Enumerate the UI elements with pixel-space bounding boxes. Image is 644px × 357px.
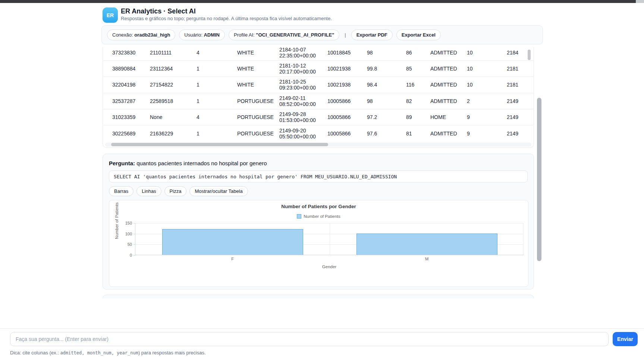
export-pdf-button[interactable]: Exportar PDF <box>351 29 393 40</box>
window-chrome-bar <box>0 0 636 3</box>
hint-code: admitted, month_num, year_num <box>60 350 138 356</box>
table-cell: 22589518 <box>150 98 197 104</box>
table-cell: 97.6 <box>367 131 406 137</box>
y-axis-title: Number of Patients <box>114 203 119 239</box>
chart-bar-m <box>356 234 497 255</box>
footer-divider <box>0 328 644 329</box>
x-tick-label: F <box>231 257 234 261</box>
question-input[interactable] <box>10 332 609 346</box>
table-cell: 2184-10-0722:35:00+00:00 <box>279 47 327 59</box>
table-row: 30225689216362291PORTUGUESE2149-09-2005:… <box>103 125 533 141</box>
next-card-edge <box>103 295 534 298</box>
table-cell: 2 <box>467 98 507 104</box>
table-cell: 10 <box>467 50 507 56</box>
table-cell: 10018845 <box>327 50 367 56</box>
table-cell: ADMITTED <box>430 131 467 137</box>
chart-option-button-barras[interactable]: Barras <box>109 186 133 196</box>
table-cell: 32204198 <box>112 82 150 88</box>
table-cell: 10005866 <box>327 98 367 104</box>
table-cell: 2149-09-2005:50:00+00:00 <box>279 128 327 140</box>
profile-ai-label: Profile AI: <box>234 32 255 38</box>
table-cell: 2149-02-1108:52:00+00:00 <box>279 95 327 107</box>
toolbar: Conexão: oradb23ai_high Usuário: ADMIN P… <box>101 25 543 44</box>
user-label: Usuário: <box>184 32 202 38</box>
results-table-viewport[interactable]: 37323830211011114WHITE2184-10-0722:35:00… <box>103 47 533 142</box>
table-horizontal-scrollbar[interactable] <box>105 143 531 147</box>
table-row: 38890884231123641WHITE2181-10-1220:17:00… <box>103 61 533 77</box>
table-cell: 98 <box>367 98 406 104</box>
table-cell: 2181-10-1220:17:00+00:00 <box>279 63 327 75</box>
chart-option-button-linhas[interactable]: Linhas <box>136 186 161 196</box>
table-cell: 23112364 <box>150 66 197 72</box>
table-cell: 2149 <box>507 98 533 104</box>
results-table-card: 37323830211011114WHITE2184-10-0722:35:00… <box>103 47 534 148</box>
profile-ai-value: "OCI_GENERATIVE_AI_PROFILE" <box>256 32 334 38</box>
connection-value: oradb23ai_high <box>134 32 170 38</box>
table-cell: 9 <box>467 114 507 120</box>
x-axis-title: Gender <box>135 264 524 269</box>
chart-option-button-mostrar-ocultar-tabela[interactable]: Mostrar/ocultar Tabela <box>189 186 248 196</box>
table-cell: 89 <box>406 114 430 120</box>
table-cell: 21636229 <box>150 131 197 137</box>
app-logo: ER <box>103 7 118 23</box>
table-cell: 2181-10-2509:23:00+00:00 <box>279 79 327 91</box>
page-scrollbar-thumb[interactable] <box>537 98 541 261</box>
user-chip: Usuário: ADMIN <box>179 29 225 40</box>
table-horizontal-scrollbar-thumb[interactable] <box>111 143 328 146</box>
table-cell: 10021938 <box>327 66 367 72</box>
export-excel-button[interactable]: Exportar Excel <box>396 29 441 40</box>
hint-suffix: ) para respostas mais precisas. <box>138 350 206 356</box>
y-tick-label: 150 <box>125 221 135 225</box>
table-cell: 1 <box>197 82 237 88</box>
hint-prefix: Dica: cite colunas (ex.: <box>10 350 60 356</box>
table-cell: ADMITTED <box>430 66 467 72</box>
chart-legend[interactable]: Number of Patients <box>109 214 528 219</box>
table-cell: 37323830 <box>112 50 150 56</box>
chart-bar-f <box>162 229 303 255</box>
page: ER ER Analytics · Select AI Respostas e … <box>0 0 644 357</box>
table-cell: 2149 <box>507 114 533 120</box>
question-text: quantos pacientes internados no hospital… <box>136 160 267 166</box>
table-cell: PORTUGUESE <box>237 114 279 120</box>
toolbar-separator: | <box>343 32 347 38</box>
connection-chip: Conexão: oradb23ai_high <box>107 29 175 40</box>
table-cell: None <box>150 114 197 120</box>
table-cell: 10005866 <box>327 131 367 137</box>
table-cell: 31023359 <box>112 114 150 120</box>
table-cell: HOME <box>430 114 467 120</box>
legend-swatch-icon <box>297 214 301 219</box>
table-cell: 82 <box>406 98 430 104</box>
table-cell: 98.4 <box>367 82 406 88</box>
table-cell: 1 <box>197 66 237 72</box>
answer-card: Pergunta: quantos pacientes internados n… <box>103 154 534 289</box>
table-cell: 38890884 <box>112 66 150 72</box>
table-cell: ADMITTED <box>430 82 467 88</box>
table-cell: ADMITTED <box>430 50 467 56</box>
y-tick-label: 0 <box>130 253 135 257</box>
y-tick-label: 50 <box>128 242 135 247</box>
page-subtitle: Respostas e gráficos no topo; pergunta n… <box>121 16 332 21</box>
table-cell: 27154822 <box>150 82 197 88</box>
table-cell: 10021938 <box>327 82 367 88</box>
table-cell: WHITE <box>237 50 279 56</box>
y-tick-label: 100 <box>125 232 135 236</box>
chart-option-button-pizza[interactable]: Pizza <box>164 186 187 196</box>
window-chrome-scroll-cap <box>636 0 644 3</box>
table-cell: 1 <box>197 131 237 137</box>
table-cell: 4 <box>197 114 237 120</box>
table-cell: 2181 <box>507 82 533 88</box>
page-title: ER Analytics · Select AI <box>121 7 196 15</box>
send-button[interactable]: Enviar <box>613 332 638 346</box>
table-cell: 10 <box>467 66 507 72</box>
chart-title: Number of Patients por Gender <box>109 204 528 209</box>
table-cell: 85 <box>406 66 430 72</box>
table-cell: 32537287 <box>112 98 150 104</box>
chart-plot-area: 050100150FM <box>135 223 524 255</box>
table-cell: 21101111 <box>150 50 197 56</box>
question-line: Pergunta: quantos pacientes internados n… <box>109 160 528 166</box>
table-cell: PORTUGUESE <box>237 98 279 104</box>
table-vertical-scrollbar[interactable] <box>528 50 531 60</box>
table-cell: 116 <box>406 82 430 88</box>
profile-ai-chip: Profile AI: "OCI_GENERATIVE_AI_PROFILE" <box>229 29 339 40</box>
gridline <box>135 223 523 223</box>
